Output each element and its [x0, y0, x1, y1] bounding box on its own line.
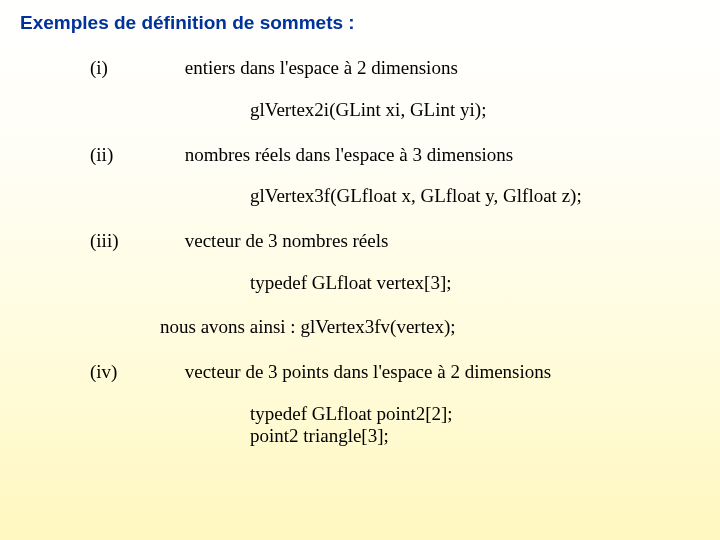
item-desc: entiers dans l'espace à 2 dimensions	[185, 56, 458, 81]
slide-title: Exemples de définition de sommets :	[20, 12, 700, 34]
item-label: (ii)	[20, 143, 180, 168]
item-code: typedef GLfloat vertex[3];	[20, 272, 700, 294]
item-code: typedef GLfloat point2[2]; point2 triang…	[20, 403, 700, 447]
item-code: glVertex3f(GLfloat x, GLfloat y, Glfloat…	[20, 185, 700, 207]
item-desc: vecteur de 3 nombres réels	[185, 229, 389, 254]
item-desc: nombres réels dans l'espace à 3 dimensio…	[185, 143, 513, 168]
item-note: nous avons ainsi : glVertex3fv(vertex);	[20, 316, 700, 338]
item-code: glVertex2i(GLint xi, GLint yi);	[20, 99, 700, 121]
slide-container: Exemples de définition de sommets : (i) …	[0, 0, 720, 540]
item-row: (i) entiers dans l'espace à 2 dimensions	[20, 56, 700, 81]
item-label: (i)	[20, 56, 180, 81]
item-row: (iv) vecteur de 3 points dans l'espace à…	[20, 360, 700, 385]
item-label: (iii)	[20, 229, 180, 254]
item-desc: vecteur de 3 points dans l'espace à 2 di…	[185, 360, 551, 385]
item-label: (iv)	[20, 360, 180, 385]
item-row: (ii) nombres réels dans l'espace à 3 dim…	[20, 143, 700, 168]
item-row: (iii) vecteur de 3 nombres réels	[20, 229, 700, 254]
